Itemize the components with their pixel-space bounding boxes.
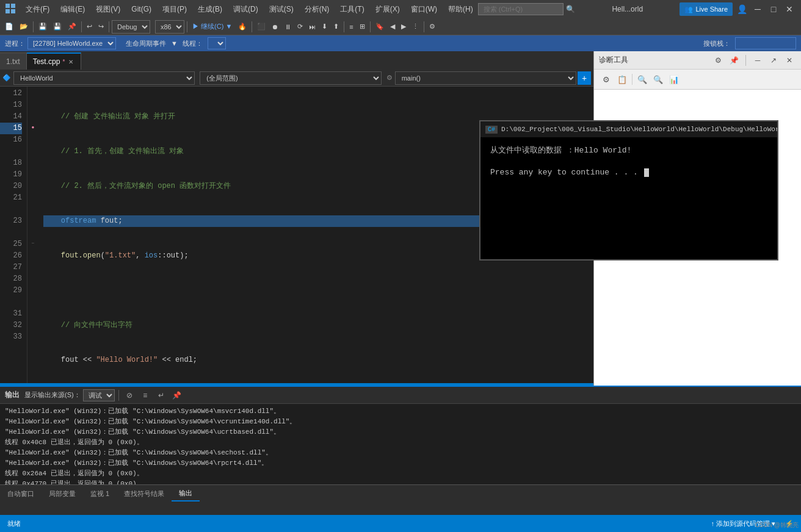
bookmark-extra[interactable]: ⋮ xyxy=(410,20,421,34)
save-all-button[interactable]: 💾 xyxy=(51,20,64,34)
output-clear-button[interactable]: ⊘ xyxy=(123,389,136,402)
output-content[interactable]: "HelloWorld.exe" (Win32)：已加载 "C:\Windows… xyxy=(0,404,801,484)
pin-button[interactable]: 📌 xyxy=(65,20,79,34)
menu-help[interactable]: 帮助(H) xyxy=(443,3,478,16)
debug-step-over[interactable]: ⏭ xyxy=(306,20,318,34)
debug-nav-1[interactable]: ⬛ xyxy=(255,20,268,34)
selector-bar: 🔷 HelloWorld (全局范围) ⚙ main() + xyxy=(0,70,593,87)
menu-build[interactable]: 生成(B) xyxy=(193,3,227,16)
code-line-19: fout << "Hello World!" << endl; xyxy=(43,354,589,366)
tab-output[interactable]: 输出 xyxy=(172,486,200,501)
output-wrap-button[interactable]: ↵ xyxy=(154,389,168,402)
thread-dropdown[interactable] xyxy=(208,37,226,49)
menu-tools[interactable]: 工具(T) xyxy=(335,3,369,16)
debug-nav-4[interactable]: ⟳ xyxy=(295,20,305,34)
arch-dropdown[interactable]: x86 xyxy=(155,20,184,34)
output-pin-button[interactable]: 📌 xyxy=(170,389,184,402)
line-num-30 xyxy=(0,297,22,308)
tab-watch-1[interactable]: 监视 1 xyxy=(83,486,117,501)
search-input[interactable] xyxy=(478,3,564,15)
line-num-19: 19 xyxy=(0,169,22,181)
output-filter-button[interactable]: ≡ xyxy=(139,389,152,402)
save-button[interactable]: 💾 xyxy=(36,20,49,34)
close-button[interactable]: ✕ xyxy=(783,2,796,16)
debug-step-in[interactable]: ⬇ xyxy=(319,20,330,34)
menu-test[interactable]: 测试(S) xyxy=(264,3,299,16)
menu-extensions[interactable]: 扩展(X) xyxy=(371,3,405,16)
bookmark-button[interactable]: 🔖 xyxy=(373,20,386,34)
diag-tool-1[interactable]: ⚙ xyxy=(599,72,614,87)
diag-settings-button[interactable]: ⚙ xyxy=(711,54,725,67)
output-line-8: 线程 0x4770 已退出，返回值为 0 (0x0)。 xyxy=(5,479,796,484)
diag-zoom-in[interactable]: 🔍 xyxy=(635,72,650,87)
redo-button[interactable]: ↪ xyxy=(96,20,106,34)
undo-button[interactable]: ↩ xyxy=(84,20,95,34)
menu-git[interactable]: Git(G) xyxy=(126,4,156,15)
thread-label: 线程： xyxy=(183,39,203,48)
tab-find-symbol[interactable]: 查找符号结果 xyxy=(117,486,172,501)
tab-testcpp-label: Test.cpp xyxy=(33,57,60,66)
debug-config-dropdown[interactable]: Debug xyxy=(112,20,150,34)
output-source-dropdown[interactable]: 调试 xyxy=(83,389,115,401)
tab-auto-window[interactable]: 自动窗口 xyxy=(0,486,42,501)
toolbar-sep-8 xyxy=(424,21,424,32)
menu-view[interactable]: 视图(V) xyxy=(91,3,125,16)
line-num-29: 29 xyxy=(0,285,22,297)
diag-minimize-button[interactable]: ─ xyxy=(751,54,764,67)
person-icon[interactable]: 👤 xyxy=(735,2,748,16)
output-header: 输出 显示输出来源(S)： 调试 ⊘ ≡ ↵ 📌 xyxy=(0,387,801,404)
toolbar-sep-3 xyxy=(109,21,109,32)
tab-local-vars[interactable]: 局部变量 xyxy=(42,486,83,501)
progress-bar: 进程： [22780] HelloWorld.exe 生命周期事件 ▼ 线程： … xyxy=(0,35,801,51)
scope-icon: 🔷 xyxy=(2,74,11,82)
output-line-2: "HelloWorld.exe" (Win32)：已加载 "C:\Windows… xyxy=(5,417,796,427)
search-stack-label: 搜锁栈： xyxy=(703,39,730,48)
debug-nav-3[interactable]: ⏸ xyxy=(282,20,294,34)
bookmark-nav-1[interactable]: ◀ xyxy=(388,20,397,34)
scope-dropdown[interactable]: HelloWorld xyxy=(13,71,195,85)
fire-button[interactable]: 🔥 xyxy=(236,20,249,34)
status-ready: 就绪 xyxy=(7,519,21,528)
toolbar-extra-2[interactable]: ⊞ xyxy=(357,20,368,34)
diag-pin-button[interactable]: 📌 xyxy=(727,54,741,67)
continue-button[interactable]: ▶ 继续(C) ▼ xyxy=(190,20,234,34)
diag-float-button[interactable]: ↗ xyxy=(767,54,780,67)
function-add-button[interactable]: + xyxy=(578,71,591,85)
toolbar-extra-1[interactable]: ≡ xyxy=(347,20,355,34)
menu-window[interactable]: 窗口(W) xyxy=(406,3,442,16)
console-content[interactable]: 从文件中读取的数据 ：Hello World! Press any key to… xyxy=(480,137,777,259)
menu-debug[interactable]: 调试(D) xyxy=(228,3,263,16)
debug-nav-2[interactable]: ⏺ xyxy=(269,20,281,34)
breakpoint-indicator-15: ● xyxy=(27,121,38,133)
line-num-12: 12 xyxy=(0,88,22,99)
diag-close-button[interactable]: ✕ xyxy=(783,54,796,67)
tab-close-button[interactable]: ✕ xyxy=(67,58,74,66)
menu-edit[interactable]: 编辑(E) xyxy=(56,3,90,16)
tab-1txt[interactable]: 1.txt xyxy=(0,52,27,70)
process-dropdown[interactable]: [22780] HelloWorld.exe xyxy=(27,37,116,49)
debug-step-out[interactable]: ⬆ xyxy=(331,20,341,34)
settings-icon[interactable]: ⚙ xyxy=(427,20,438,34)
menu-analyze[interactable]: 分析(N) xyxy=(300,3,335,16)
code-line-17 xyxy=(43,285,589,297)
new-file-button[interactable]: 📄 xyxy=(2,20,16,34)
stack-search-input[interactable] xyxy=(735,37,796,49)
bookmark-nav-2[interactable]: ▶ xyxy=(399,20,408,34)
live-share-button[interactable]: 👥 Live Share xyxy=(680,2,733,16)
toolbar-sep-1 xyxy=(33,21,34,32)
open-file-button[interactable]: 📂 xyxy=(17,20,31,34)
console-prompt: Press any key to continue . . . xyxy=(490,168,767,177)
minimize-button[interactable]: ─ xyxy=(751,2,764,16)
diag-chart-btn[interactable]: 📊 xyxy=(667,72,681,87)
diag-tool-2[interactable]: 📋 xyxy=(615,72,629,87)
menu-file[interactable]: 文件(F) xyxy=(21,3,54,16)
function-dropdown[interactable]: main() xyxy=(395,71,576,85)
maximize-button[interactable]: □ xyxy=(767,2,780,16)
menu-project[interactable]: 项目(P) xyxy=(158,3,192,16)
diag-zoom-out[interactable]: 🔍 xyxy=(651,72,665,87)
output-line-5: "HelloWorld.exe" (Win32)：已加载 "C:\Windows… xyxy=(5,448,796,458)
tab-testcpp[interactable]: Test.cpp * ✕ xyxy=(27,52,82,70)
output-line-3: "HelloWorld.exe" (Win32)：已加载 "C:\Windows… xyxy=(5,427,796,437)
console-output-line1: 从文件中读取的数据 ：Hello World! xyxy=(490,145,767,156)
scope-full-dropdown[interactable]: (全局范围) xyxy=(200,71,381,85)
